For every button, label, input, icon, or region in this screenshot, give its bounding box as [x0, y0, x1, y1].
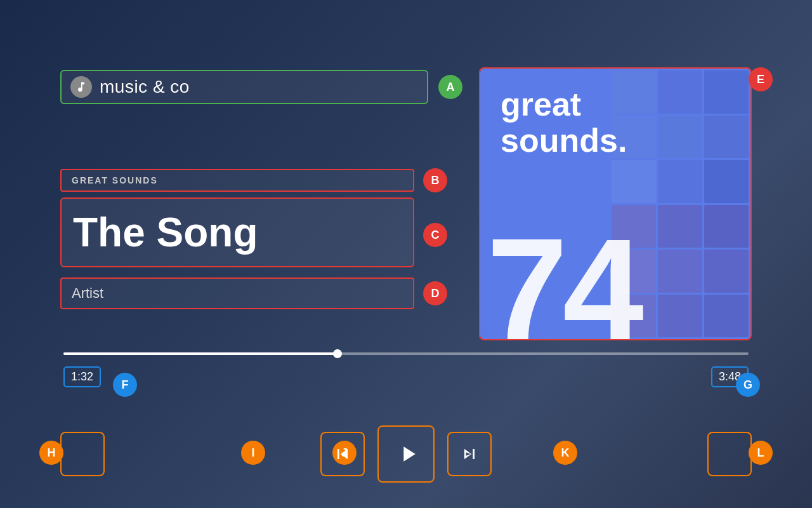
deco-block	[658, 250, 702, 293]
badge-f: F	[113, 373, 137, 397]
search-box[interactable]: music & co	[60, 70, 428, 104]
play-button[interactable]	[377, 425, 435, 483]
skip-forward-button[interactable]	[447, 432, 492, 476]
album-row: GREAT SOUNDS B	[60, 168, 447, 192]
deco-block	[704, 160, 749, 203]
album-number: 74	[487, 228, 639, 341]
artist-name: Artist	[60, 277, 414, 309]
music-icon	[70, 76, 92, 98]
top-bar: music & co A	[60, 70, 462, 104]
right-side-button[interactable]	[707, 432, 752, 476]
album-label: GREAT SOUNDS	[60, 169, 414, 192]
deco-block	[612, 160, 656, 203]
badge-e: E	[749, 67, 773, 91]
album-art-title: great sounds.	[501, 86, 627, 159]
deco-block	[704, 295, 749, 338]
deco-block	[658, 295, 702, 338]
deco-block	[704, 250, 749, 293]
song-row: The Song C	[60, 197, 447, 272]
progress-fill	[63, 352, 337, 355]
app-title: music & co	[100, 77, 190, 97]
artist-row: Artist D	[60, 277, 447, 309]
album-art: great sounds. 74	[480, 69, 750, 339]
badge-b: B	[423, 168, 447, 192]
deco-block	[658, 70, 702, 114]
deco-block	[704, 116, 749, 159]
badge-c: C	[423, 223, 447, 247]
deco-block	[658, 160, 702, 203]
progress-track[interactable]	[63, 352, 749, 355]
song-title: The Song	[60, 197, 414, 267]
badge-g: G	[736, 373, 760, 397]
deco-block	[658, 116, 702, 159]
progress-section[interactable]: 1:32 3:48	[63, 352, 749, 387]
skip-back-button[interactable]	[320, 432, 365, 476]
badge-l: L	[749, 441, 773, 465]
current-time: 1:32	[63, 366, 101, 387]
controls-section	[0, 425, 812, 483]
badge-d: D	[423, 281, 447, 305]
controls-inner	[320, 425, 492, 483]
time-row: 1:32 3:48	[63, 366, 749, 387]
badge-a: A	[438, 75, 462, 99]
deco-block	[704, 70, 749, 114]
album-art-container: great sounds. 74	[479, 67, 752, 340]
deco-block	[704, 205, 749, 248]
progress-handle[interactable]	[333, 349, 342, 358]
deco-block	[658, 205, 702, 248]
meta-section: GREAT SOUNDS B The Song C Artist D	[60, 168, 447, 314]
